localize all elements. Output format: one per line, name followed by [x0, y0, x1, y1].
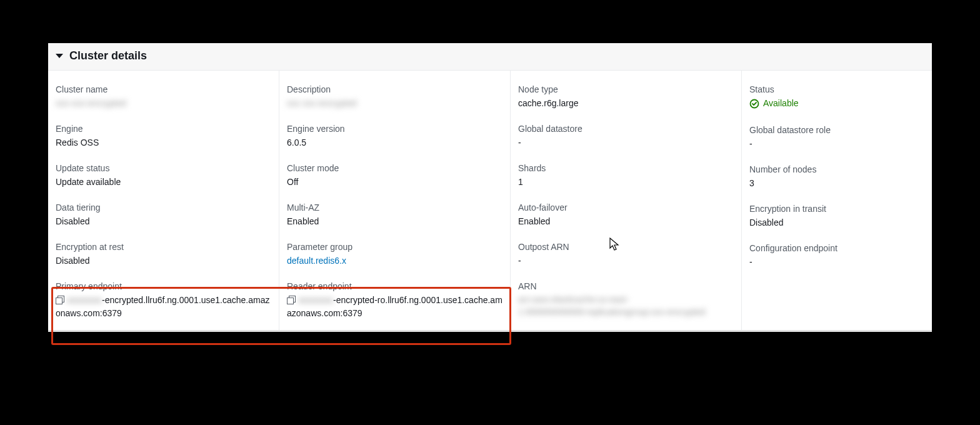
number-of-nodes-label: Number of nodes [749, 164, 926, 174]
outpost-arn-value: - [518, 254, 735, 268]
shards-value: 1 [518, 176, 735, 189]
engine-label: Engine [56, 124, 272, 134]
copy-icon[interactable] [56, 296, 64, 304]
description-value: xxx xxx encrypted [287, 97, 504, 110]
shards-label: Shards [518, 163, 735, 173]
column-3: Node type cache.r6g.large Global datasto… [511, 71, 742, 330]
cluster-name-label: Cluster name [56, 84, 272, 94]
auto-failover-value: Enabled [518, 215, 735, 228]
cluster-mode-label: Cluster mode [287, 163, 504, 173]
outpost-arn-label: Outpost ARN [518, 242, 735, 252]
node-type-value: cache.r6g.large [518, 97, 735, 110]
update-status-label: Update status [56, 163, 272, 173]
configuration-endpoint-label: Configuration endpoint [749, 243, 926, 253]
column-4: Status Available Global datastore role -… [742, 71, 932, 330]
multi-az-label: Multi-AZ [287, 202, 504, 212]
section-title: Cluster details [69, 49, 147, 62]
status-value: Available [749, 97, 799, 110]
engine-version-value: 6.0.5 [287, 136, 504, 149]
data-tiering-label: Data tiering [56, 202, 272, 212]
cluster-details-panel: Cluster details Cluster name xxx-xxx-enc… [48, 43, 932, 332]
arn-label: ARN [518, 281, 735, 291]
cluster-name-value: xxx-xxx-encrypted [56, 97, 272, 110]
status-label: Status [749, 84, 926, 94]
check-circle-icon [749, 99, 759, 109]
description-label: Description [287, 84, 504, 94]
primary-endpoint-label: Primary endpoint [56, 281, 272, 291]
encryption-in-transit-label: Encryption in transit [749, 204, 926, 214]
multi-az-value: Enabled [287, 215, 504, 228]
encryption-at-rest-label: Encryption at rest [56, 242, 272, 252]
encryption-at-rest-value: Disabled [56, 254, 272, 268]
number-of-nodes-value: 3 [749, 177, 926, 190]
reader-endpoint-value: xxxxxxxx-encrypted-ro.llru6f.ng.0001.use… [287, 294, 504, 320]
section-header[interactable]: Cluster details [48, 43, 932, 70]
details-grid: Cluster name xxx-xxx-encrypted Engine Re… [48, 70, 932, 330]
encryption-in-transit-value: Disabled [749, 216, 926, 229]
node-type-label: Node type [518, 84, 735, 94]
data-tiering-value: Disabled [56, 215, 272, 228]
parameter-group-label: Parameter group [287, 242, 504, 252]
collapse-caret-icon[interactable] [56, 54, 63, 58]
column-2: Description xxx xxx encrypted Engine ver… [279, 71, 511, 330]
copy-icon[interactable] [287, 296, 296, 304]
configuration-endpoint-value: - [749, 256, 926, 269]
parameter-group-link[interactable]: default.redis6.x [287, 254, 504, 268]
engine-value: Redis OSS [56, 136, 272, 149]
arn-value: arn:aws:elasticache:us-east-1:9999999999… [518, 294, 735, 318]
global-datastore-label: Global datastore [518, 124, 735, 134]
cluster-mode-value: Off [287, 176, 504, 189]
primary-endpoint-value: xxxxxxxx-encrypted.llru6f.ng.0001.use1.c… [56, 294, 272, 320]
update-status-value: Update available [56, 176, 272, 189]
reader-endpoint-label: Reader endpoint [287, 281, 504, 291]
engine-version-label: Engine version [287, 124, 504, 134]
global-datastore-role-value: - [749, 138, 926, 151]
global-datastore-value: - [518, 136, 735, 149]
auto-failover-label: Auto-failover [518, 202, 735, 212]
column-1: Cluster name xxx-xxx-encrypted Engine Re… [48, 71, 279, 330]
panel-bottom-edge [48, 330, 932, 332]
global-datastore-role-label: Global datastore role [749, 125, 926, 135]
